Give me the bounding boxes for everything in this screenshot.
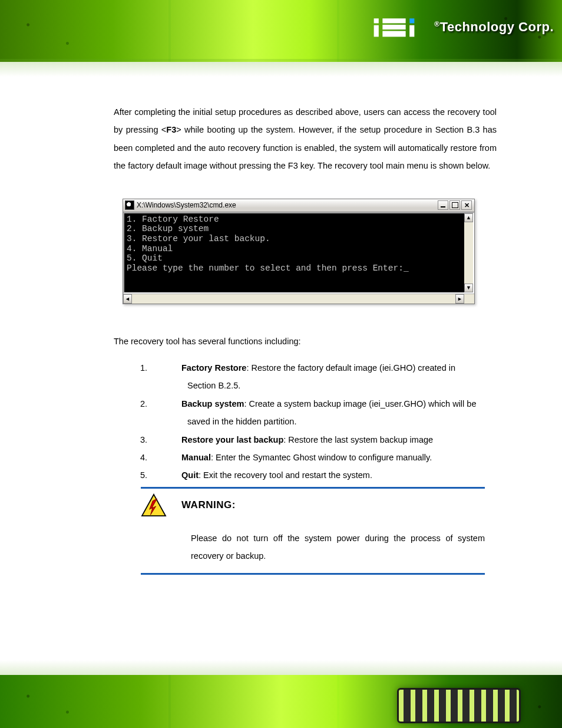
svg-rect-0 xyxy=(374,18,379,23)
svg-rect-6 xyxy=(409,25,414,37)
scroll-up-icon[interactable]: ▲ xyxy=(464,213,473,222)
vertical-scrollbar[interactable]: ▲ ▼ xyxy=(464,212,474,294)
banner-reflection xyxy=(0,59,562,77)
list-item: 5.Quit: Exit the recovery tool and resta… xyxy=(164,466,497,484)
iei-logo-icon xyxy=(373,17,431,38)
brand-text: ®Technology Corp. xyxy=(434,19,554,35)
header-banner: ®Technology Corp. xyxy=(0,0,562,62)
brand-block: ®Technology Corp. xyxy=(373,17,554,38)
scroll-left-icon[interactable]: ◄ xyxy=(123,294,132,304)
page-content: After completing the initial setup proce… xyxy=(114,103,497,579)
cmd-app-icon xyxy=(125,200,134,210)
svg-rect-5 xyxy=(409,18,414,23)
cmd-title-text: X:\Windows\System32\cmd.exe xyxy=(137,201,236,209)
window-close-button[interactable]: ✕ xyxy=(461,200,472,210)
intro-paragraph: After completing the initial setup proce… xyxy=(114,103,497,175)
list-item: 1.Factory Restore: Restore the factory d… xyxy=(164,359,497,395)
window-maximize-button[interactable] xyxy=(449,200,460,210)
warning-title: WARNING: xyxy=(181,499,236,511)
warning-block: WARNING: Please do not turn off the syst… xyxy=(141,487,485,575)
warning-text: Please do not turn off the system power … xyxy=(191,530,485,565)
svg-rect-4 xyxy=(382,31,405,37)
svg-rect-3 xyxy=(382,25,405,29)
functions-intro: The recovery tool has several functions … xyxy=(114,337,497,346)
warning-icon xyxy=(141,493,167,517)
svg-rect-2 xyxy=(382,18,405,23)
footer-banner xyxy=(0,675,562,728)
list-item: 4.Manual: Enter the Symantec Ghost windo… xyxy=(164,449,497,466)
svg-marker-7 xyxy=(142,495,166,516)
cmd-window: X:\Windows\System32\cmd.exe ✕ 1. Factory… xyxy=(123,199,475,304)
list-item: 3.Restore your last backup: Restore the … xyxy=(164,431,497,449)
divider xyxy=(141,573,485,575)
scroll-right-icon[interactable]: ► xyxy=(455,294,464,304)
list-item: 2.Backup system: Create a system backup … xyxy=(164,395,497,431)
footer-reflection xyxy=(0,660,562,675)
functions-list: 1.Factory Restore: Restore the factory d… xyxy=(164,359,497,485)
cmd-body: 1. Factory Restore 2. Backup system 3. R… xyxy=(123,212,464,294)
cmd-titlebar: X:\Windows\System32\cmd.exe ✕ xyxy=(123,199,474,212)
chip-graphic xyxy=(397,688,521,723)
svg-rect-1 xyxy=(374,25,379,37)
horizontal-scrollbar[interactable]: ◄ ► xyxy=(123,294,474,304)
scroll-down-icon[interactable]: ▼ xyxy=(464,284,473,292)
window-minimize-button[interactable] xyxy=(438,200,448,210)
divider xyxy=(141,487,485,489)
